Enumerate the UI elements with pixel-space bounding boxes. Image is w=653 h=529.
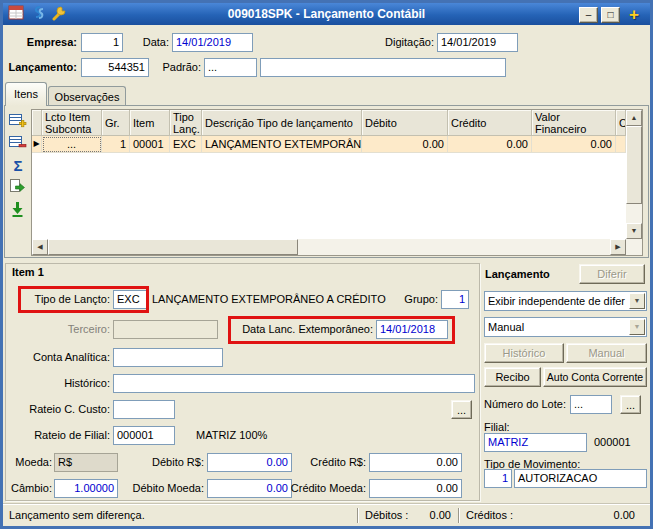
grid-header[interactable]: Tipo Lanç. — [170, 110, 202, 136]
lancamento-field[interactable]: 544351 — [81, 58, 149, 77]
historico-button[interactable]: Histórico — [484, 343, 564, 363]
grid-cell-credito[interactable]: 0.00 — [448, 136, 532, 153]
historico-field[interactable] — [113, 374, 475, 393]
credito-rs-field[interactable]: 0.00 — [369, 453, 462, 472]
padrao-label: Padrão: — [149, 58, 201, 77]
auto-conta-corrente-button[interactable]: Auto Conta Corrente — [543, 367, 647, 387]
modo-combo[interactable]: Manual ▼ — [484, 317, 647, 337]
empresa-label: Empresa: — [5, 33, 77, 52]
grid-cell-gr[interactable]: 1 — [102, 136, 130, 153]
export-icon[interactable] — [8, 178, 28, 198]
grid-row[interactable]: ▶ ... 1 00001 EXC LANÇAMENTO EXTEMPORÂNE… — [32, 136, 626, 153]
diferir-button[interactable]: Diferir — [579, 264, 645, 284]
creditos-value: 0.00 — [563, 506, 635, 525]
vscroll-thumb[interactable] — [626, 126, 642, 204]
data-ext-label: Data Lanc. Extemporâneo: — [234, 320, 373, 339]
exibir-combo[interactable]: Exibir independente de difer ▼ — [484, 291, 647, 311]
status-divider — [357, 508, 359, 523]
filial-field[interactable]: MATRIZ — [484, 433, 587, 452]
tipo-movimento-field[interactable]: 1 — [484, 469, 512, 488]
insert-row-icon[interactable] — [8, 112, 28, 132]
grid-header[interactable]: Lcto Item Subconta — [42, 110, 102, 136]
tab-observacoes[interactable]: Observações — [48, 86, 126, 106]
grid-cell-tipo[interactable]: EXC — [170, 136, 202, 153]
rateio-custo-browse-button[interactable]: ... — [451, 400, 472, 419]
grid-cell-descricao[interactable]: LANÇAMENTO EXTEMPORÂNE — [202, 136, 362, 153]
scroll-left-icon[interactable]: ◀ — [32, 239, 48, 255]
tab-itens[interactable]: Itens — [5, 82, 47, 106]
manual-button[interactable]: Manual — [566, 343, 647, 363]
debito-moeda-label: Débito Moeda: — [114, 479, 204, 498]
lote-field[interactable]: ... — [570, 395, 612, 414]
scroll-up-icon[interactable]: ▲ — [626, 110, 642, 126]
chevron-down-icon[interactable]: ▼ — [629, 293, 645, 309]
filial-code: 000001 — [594, 433, 631, 452]
rateio-filial-field[interactable]: 000001 — [113, 426, 175, 445]
grid-header[interactable]: Gr. — [102, 110, 130, 136]
titlebar[interactable]: 009018SPK - Lançamento Contábil – □ + — [3, 3, 650, 25]
status-divider — [458, 508, 460, 523]
grid-header-row: Lcto Item Subconta Gr. Item Tipo Lanç. D… — [32, 110, 626, 136]
grupo-field[interactable]: 1 — [441, 290, 469, 309]
cambio-field[interactable]: 1.00000 — [54, 479, 118, 498]
data-field[interactable]: 14/01/2019 — [172, 33, 253, 52]
grid-header[interactable]: Co — [616, 110, 626, 136]
tipo-movimento-desc-field[interactable]: AUTORIZACAO — [514, 469, 647, 488]
padrao-field[interactable]: ... — [204, 58, 257, 77]
tipo-lancto-desc: LANÇAMENTO EXTEMPORÂNEO A CRÉDITO — [152, 290, 386, 309]
grid-header[interactable]: Valor Financeiro — [532, 110, 616, 136]
scrollbar-corner — [626, 239, 642, 255]
minimize-button[interactable]: – — [579, 7, 598, 23]
plus-close-button[interactable]: + — [623, 6, 645, 24]
scroll-right-icon[interactable]: ▶ — [610, 239, 626, 255]
creditos-label: Créditos : — [466, 506, 513, 525]
terceiro-field — [113, 320, 218, 339]
window-title: 009018SPK - Lançamento Contábil — [3, 3, 650, 25]
client-area: Empresa: 1 Data: 14/01/2019 Digitação: 1… — [3, 25, 650, 526]
credito-moeda-field[interactable]: 0.00 — [369, 479, 462, 498]
grid-cell-valor[interactable]: 0.00 — [532, 136, 616, 153]
itens-grid: Lcto Item Subconta Gr. Item Tipo Lanç. D… — [31, 109, 643, 256]
vertical-scrollbar[interactable]: ▲ ▼ — [626, 110, 642, 239]
digitacao-field[interactable]: 14/01/2019 — [437, 33, 518, 52]
rateio-custo-field[interactable] — [113, 400, 175, 419]
conta-analitica-field[interactable] — [113, 348, 223, 367]
digitacao-label: Digitação: — [358, 33, 434, 52]
grid-cell-subconta[interactable]: ... — [42, 136, 102, 153]
last-record-icon[interactable] — [8, 200, 28, 220]
lancamento-panel-title: Lançamento — [485, 265, 550, 284]
tipo-lancto-field[interactable]: EXC — [113, 290, 147, 309]
maximize-button[interactable]: □ — [601, 7, 620, 23]
lote-browse-button[interactable]: ... — [620, 395, 641, 414]
rateio-custo-label: Rateio C. Custo: — [14, 400, 110, 419]
data-ext-field[interactable]: 14/01/2018 — [376, 320, 448, 339]
delete-row-icon[interactable] — [8, 134, 28, 154]
grid-cell-item[interactable]: 00001 — [130, 136, 170, 153]
recibo-button[interactable]: Recibo — [484, 367, 541, 387]
credito-moeda-label: Crédito Moeda: — [274, 479, 366, 498]
moeda-field: R$ — [54, 453, 118, 472]
tipo-lancto-label: Tipo de Lançto: — [14, 290, 110, 309]
debito-rs-field[interactable]: 0.00 — [207, 453, 292, 472]
lote-label: Número do Lote: — [484, 395, 566, 414]
rateio-filial-desc: MATRIZ 100% — [196, 426, 267, 445]
empresa-field[interactable]: 1 — [81, 33, 123, 52]
hscroll-thumb[interactable] — [48, 239, 298, 255]
grid-header[interactable]: Item — [130, 110, 170, 136]
chevron-down-icon[interactable]: ▼ — [629, 319, 645, 335]
row-pointer-icon: ▶ — [32, 136, 42, 153]
conta-analitica-label: Conta Analítica: — [14, 348, 110, 367]
grid-cell-extra[interactable] — [616, 136, 626, 153]
grid-header[interactable]: Descrição Tipo de lançamento — [202, 110, 362, 136]
padrao-desc-field[interactable] — [260, 58, 506, 77]
grid-cell-debito[interactable]: 0.00 — [362, 136, 448, 153]
sum-icon[interactable]: Σ — [8, 156, 28, 176]
terceiro-label: Terceiro: — [14, 320, 110, 339]
grid-header[interactable]: Débito — [362, 110, 448, 136]
grid-header[interactable]: Crédito — [448, 110, 532, 136]
moeda-label: Moeda: — [8, 453, 52, 472]
item-group: Item 1 Tipo de Lançto: EXC LANÇAMENTO EX… — [5, 263, 480, 501]
scroll-down-icon[interactable]: ▼ — [626, 223, 642, 239]
app-window: 009018SPK - Lançamento Contábil – □ + Em… — [0, 0, 653, 529]
horizontal-scrollbar[interactable]: ◀ ▶ — [32, 239, 626, 255]
